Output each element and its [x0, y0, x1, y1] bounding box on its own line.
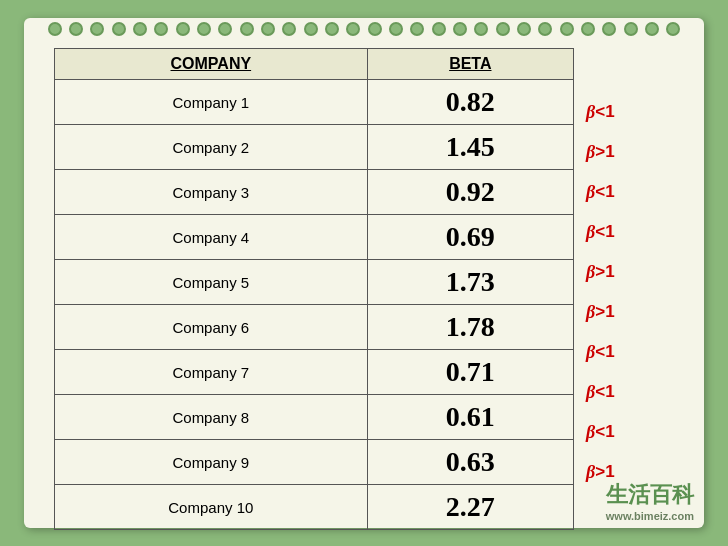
watermark: 生活百科 www.bimeiz.com [606, 480, 694, 522]
company-cell: Company 5 [55, 260, 368, 305]
table-row: Company 51.73 [55, 260, 574, 305]
beta-indicator: β<1 [586, 372, 615, 412]
company-cell: Company 1 [55, 80, 368, 125]
beta-symbol-icon: β [586, 182, 595, 203]
beta-cell: 1.73 [367, 260, 573, 305]
watermark-chinese: 生活百科 [606, 482, 694, 507]
company-cell: Company 7 [55, 350, 368, 395]
beta-indicator: β<1 [586, 212, 615, 252]
notebook: COMPANY BETA Company 10.82Company 21.45C… [24, 18, 704, 528]
beta-cell: 0.63 [367, 440, 573, 485]
company-cell: Company 10 [55, 485, 368, 530]
beta-cell: 1.78 [367, 305, 573, 350]
table-row: Company 90.63 [55, 440, 574, 485]
beta-indicator: β>1 [586, 132, 615, 172]
table-row: Company 21.45 [55, 125, 574, 170]
table-row: Company 30.92 [55, 170, 574, 215]
company-header: COMPANY [55, 49, 368, 80]
beta-symbol-icon: β [586, 382, 595, 403]
beta-symbol-icon: β [586, 262, 595, 283]
beta-cell: 1.45 [367, 125, 573, 170]
beta-symbol-icon: β [586, 142, 595, 163]
beta-indicator: β<1 [586, 92, 615, 132]
table-row: Company 80.61 [55, 395, 574, 440]
table-row: Company 10.82 [55, 80, 574, 125]
table-row: Company 102.27 [55, 485, 574, 530]
beta-cell: 2.27 [367, 485, 573, 530]
spiral-decoration [24, 22, 704, 36]
beta-symbol-icon: β [586, 102, 595, 123]
table-row: Company 70.71 [55, 350, 574, 395]
beta-indicator: β>1 [586, 292, 615, 332]
beta-table: COMPANY BETA Company 10.82Company 21.45C… [54, 48, 574, 530]
beta-symbol-icon: β [586, 342, 595, 363]
table-row: Company 61.78 [55, 305, 574, 350]
beta-symbol-icon: β [586, 422, 595, 443]
beta-indicator: β<1 [586, 172, 615, 212]
beta-cell: 0.92 [367, 170, 573, 215]
company-cell: Company 9 [55, 440, 368, 485]
beta-symbol-icon: β [586, 462, 595, 483]
beta-cell: 0.82 [367, 80, 573, 125]
beta-symbol-icon: β [586, 302, 595, 323]
beta-indicator: β>1 [586, 252, 615, 292]
table-wrapper: COMPANY BETA Company 10.82Company 21.45C… [54, 48, 674, 530]
beta-indicators: β<1β>1β<1β<1β>1β>1β<1β<1β<1β>1 [586, 92, 615, 492]
beta-cell: 0.71 [367, 350, 573, 395]
watermark-url: www.bimeiz.com [606, 510, 694, 522]
beta-indicator: β<1 [586, 332, 615, 372]
company-cell: Company 2 [55, 125, 368, 170]
beta-header: BETA [367, 49, 573, 80]
company-cell: Company 3 [55, 170, 368, 215]
beta-symbol-icon: β [586, 222, 595, 243]
company-cell: Company 6 [55, 305, 368, 350]
beta-indicator: β<1 [586, 412, 615, 452]
company-cell: Company 4 [55, 215, 368, 260]
table-row: Company 40.69 [55, 215, 574, 260]
company-cell: Company 8 [55, 395, 368, 440]
beta-cell: 0.61 [367, 395, 573, 440]
beta-cell: 0.69 [367, 215, 573, 260]
